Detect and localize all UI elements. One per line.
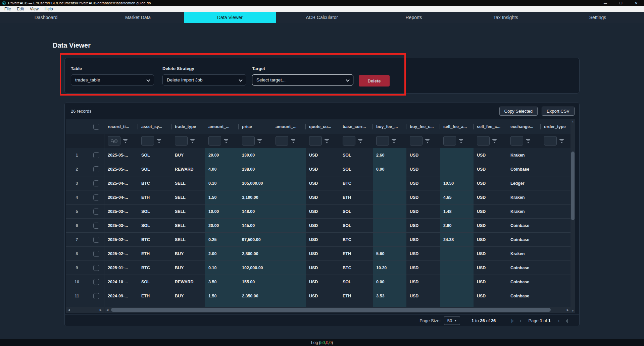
grid-cell[interactable]: ETH (138, 247, 171, 261)
grid-cell[interactable]: SOL (339, 275, 373, 289)
grid-cell[interactable]: USD (406, 190, 440, 204)
row-checkbox-cell[interactable] (88, 205, 104, 218)
grid-cell[interactable]: BTC (339, 233, 373, 246)
grid-cell[interactable]: USD (474, 205, 507, 218)
grid-cell[interactable]: REWARD (171, 275, 205, 289)
grid-cell[interactable]: BTC (138, 176, 171, 190)
grid-cell[interactable]: 155.00 (239, 275, 272, 289)
scroll-down-icon[interactable]: ▼ (572, 309, 574, 313)
row-checkbox[interactable] (93, 166, 99, 172)
grid-cell[interactable]: Ledger (507, 176, 541, 190)
grid-cell[interactable]: ETH (138, 190, 171, 204)
delete-strategy-select[interactable]: Delete Import Job (162, 74, 246, 85)
filter-input-9[interactable] (410, 136, 423, 146)
grid-cell[interactable]: 2024-10-... (104, 275, 138, 289)
grid-cell[interactable]: 1.48 (440, 205, 474, 218)
grid-cell[interactable]: BUY (171, 261, 205, 275)
row-checkbox-cell[interactable] (88, 148, 104, 162)
grid-cell[interactable]: 2025-01-... (104, 261, 138, 275)
grid-cell[interactable]: USD (474, 148, 507, 162)
grid-cell[interactable]: 20.00 (205, 148, 239, 162)
grid-cell[interactable]: 0.25 (205, 233, 239, 246)
grid-cell[interactable] (272, 261, 306, 275)
row-checkbox-cell[interactable] (88, 247, 104, 261)
minimize-button[interactable]: — (598, 0, 613, 6)
grid-cell[interactable]: 2,800.00 (239, 247, 272, 261)
tab-tax-insights[interactable]: Tax Insights (460, 12, 552, 23)
next-page-icon[interactable]: › (558, 318, 559, 323)
scroll-right-icon[interactable]: ▶ (100, 308, 102, 311)
column-header-amount[interactable]: amount_... (272, 119, 306, 134)
table-row[interactable]: 102024-10-...SOLREWARD3.50155.00USDSOL0.… (66, 275, 571, 289)
filter-funnel-icon[interactable] (257, 139, 262, 143)
row-checkbox[interactable] (93, 152, 99, 158)
grid-cell[interactable]: SOL (339, 148, 373, 162)
table-row[interactable]: 72025-02-...BTCSELL0.2597,500.00USDBTCUS… (66, 232, 571, 246)
grid-cell[interactable] (541, 247, 571, 261)
filter-input-1[interactable] (141, 136, 154, 146)
column-header-sell-fee-c[interactable]: sell_fee_c... (474, 119, 507, 134)
grid-cell[interactable]: USD (474, 162, 507, 176)
table-row[interactable]: 62025-03-...SOLSELL20.00145.00USDSOLUSD2… (66, 218, 571, 232)
scroll-right-icon[interactable]: ▶ (567, 308, 569, 311)
grid-cell[interactable]: USD (406, 162, 440, 176)
grid-cell[interactable]: ETH (339, 190, 373, 204)
grid-cell[interactable]: 1.50 (205, 289, 239, 303)
grid-cell[interactable]: USD (474, 289, 507, 303)
grid-cell[interactable]: 102,000.00 (239, 261, 272, 275)
scroll-left-icon[interactable]: ◀ (68, 308, 70, 311)
grid-cell[interactable]: Coinbase (507, 289, 541, 303)
filter-input-4[interactable] (242, 136, 255, 146)
grid-cell[interactable]: USD (306, 219, 339, 232)
grid-cell[interactable] (541, 275, 571, 289)
maximize-button[interactable]: ❐ (613, 0, 629, 6)
grid-cell[interactable]: 130.00 (239, 148, 272, 162)
filter-funnel-icon[interactable] (358, 139, 362, 143)
horizontal-scrollbar[interactable]: ◀ ▶ ◀ ▶ (66, 307, 571, 313)
grid-cell[interactable]: 2025-02-... (104, 247, 138, 261)
grid-cell[interactable]: Kraken (507, 247, 541, 261)
grid-cell[interactable] (541, 261, 571, 275)
row-checkbox-cell[interactable] (88, 275, 104, 289)
grid-cell[interactable] (272, 190, 306, 204)
column-header-buy-fee-c[interactable]: buy_fee_c... (406, 119, 440, 134)
column-header-amount[interactable]: amount_... (205, 119, 239, 134)
grid-cell[interactable]: USD (306, 233, 339, 246)
grid-cell[interactable]: USD (306, 148, 339, 162)
filter-input-12[interactable] (510, 136, 523, 146)
tab-market-data[interactable]: Market Data (92, 12, 184, 23)
filter-funnel-icon[interactable] (459, 139, 463, 143)
filter-funnel-icon[interactable] (559, 139, 564, 143)
filter-funnel-icon[interactable] (190, 139, 195, 143)
grid-cell[interactable]: SELL (171, 205, 205, 218)
row-checkbox[interactable] (93, 279, 99, 285)
vertical-scrollbar[interactable]: ▲ ▼ (571, 119, 575, 313)
grid-cell[interactable]: REWARD (171, 162, 205, 176)
grid-cell[interactable]: USD (406, 148, 440, 162)
grid-cell[interactable]: Kraken (507, 148, 541, 162)
grid-cell[interactable]: USD (406, 233, 440, 246)
grid-cell[interactable]: 24.38 (440, 233, 474, 246)
grid-cell[interactable]: SELL (171, 176, 205, 190)
copy-selected-button[interactable]: Copy Selected (499, 107, 538, 116)
grid-cell[interactable]: 5.60 (373, 247, 406, 261)
grid-cell[interactable]: 0.00 (373, 162, 406, 176)
grid-cell[interactable]: 4.00 (205, 162, 239, 176)
filter-funnel-icon[interactable] (425, 139, 430, 143)
grid-cell[interactable]: 1.50 (205, 190, 239, 204)
grid-cell[interactable]: SOL (339, 162, 373, 176)
grid-cell[interactable]: SOL (339, 219, 373, 232)
grid-cell[interactable]: USD (406, 205, 440, 218)
row-checkbox[interactable] (93, 237, 99, 243)
column-header-asset-sy[interactable]: asset_sy... (138, 119, 171, 134)
grid-cell[interactable]: USD (406, 247, 440, 261)
table-row[interactable]: 32025-04-...BTCSELL0.10105,000.00USDBTCU… (66, 176, 571, 190)
grid-cell[interactable] (373, 233, 406, 246)
grid-cell[interactable] (272, 162, 306, 176)
grid-cell[interactable]: 105,000.00 (239, 176, 272, 190)
row-checkbox-cell[interactable] (88, 190, 104, 204)
table-row[interactable]: 22025-05-...SOLREWARD4.00138.00USDSOL0.0… (66, 162, 571, 176)
header-checkbox-cell[interactable] (88, 119, 104, 134)
row-checkbox[interactable] (93, 265, 99, 271)
grid-cell[interactable]: USD (306, 176, 339, 190)
